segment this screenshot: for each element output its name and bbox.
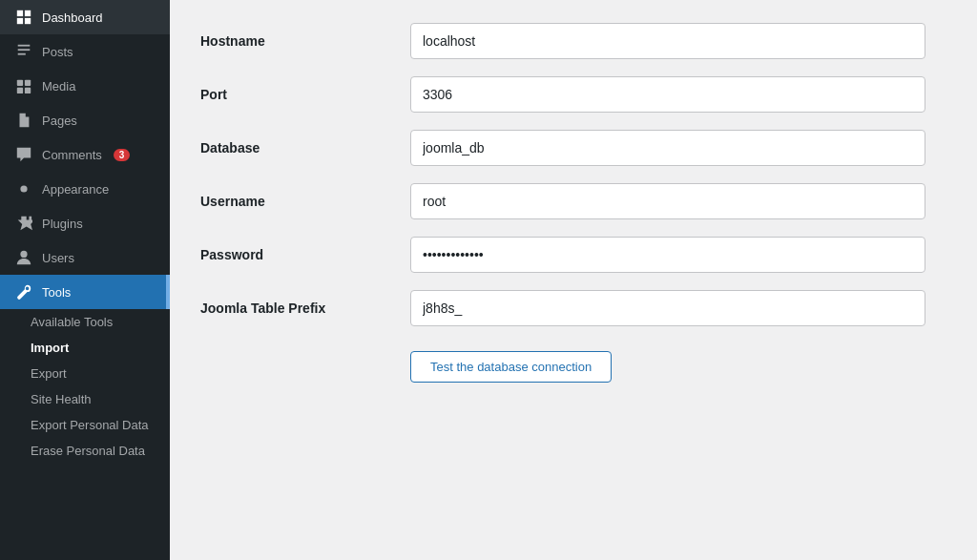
label-port: Port [200, 87, 410, 102]
svg-rect-6 [18, 53, 26, 55]
input-username[interactable] [410, 183, 925, 219]
main-content: HostnamePortDatabaseUsernamePasswordJoom… [170, 0, 977, 560]
submenu-item-erase-personal-data[interactable]: Erase Personal Data [0, 438, 170, 464]
pages-icon [15, 112, 32, 129]
sidebar-item-label-appearance: Appearance [42, 182, 109, 197]
sidebar: DashboardPostsMediaPagesComments3Appeara… [0, 0, 170, 560]
svg-rect-7 [17, 80, 23, 86]
plugins-icon [15, 215, 32, 232]
sidebar-item-posts[interactable]: Posts [0, 34, 170, 69]
submenu-item-available-tools[interactable]: Available Tools [0, 309, 170, 335]
dashboard-icon [15, 9, 32, 26]
sidebar-item-label-posts: Posts [42, 45, 73, 59]
svg-rect-9 [17, 88, 23, 93]
input-hostname[interactable] [410, 23, 925, 59]
submenu-item-import[interactable]: Import [0, 335, 170, 361]
sidebar-item-label-plugins: Plugins [42, 217, 83, 231]
tools-icon [15, 283, 32, 301]
submenu-item-export[interactable]: Export [0, 361, 170, 386]
label-table-prefix: Joomla Table Prefix [200, 301, 410, 316]
tools-submenu: Available ToolsImportExportSite HealthEx… [0, 309, 170, 464]
submenu-item-site-health[interactable]: Site Health [0, 386, 170, 412]
sidebar-item-label-comments: Comments [42, 148, 102, 162]
svg-rect-3 [25, 18, 31, 24]
posts-icon [15, 43, 32, 60]
sidebar-item-pages[interactable]: Pages [0, 103, 170, 137]
sidebar-item-label-users: Users [42, 251, 74, 265]
svg-rect-5 [18, 49, 31, 51]
appearance-icon [15, 180, 32, 197]
input-table-prefix[interactable] [410, 290, 925, 326]
users-icon [15, 249, 32, 266]
svg-rect-0 [17, 10, 23, 16]
submenu-item-export-personal-data[interactable]: Export Personal Data [0, 412, 170, 438]
input-port[interactable] [410, 76, 925, 113]
sidebar-item-tools[interactable]: Tools [0, 275, 170, 309]
sidebar-item-label-tools: Tools [42, 285, 71, 300]
comments-badge: 3 [114, 149, 131, 161]
test-connection-button[interactable]: Test the database connection [410, 351, 612, 383]
comments-icon [15, 146, 32, 163]
form-row-username: Username [200, 183, 925, 219]
svg-rect-4 [18, 45, 31, 47]
sidebar-item-label-pages: Pages [42, 114, 77, 128]
form-row-database: Database [200, 130, 925, 166]
form-row-port: Port [200, 76, 925, 113]
form-row-table-prefix: Joomla Table Prefix [200, 290, 925, 326]
svg-rect-10 [25, 88, 31, 93]
label-password: Password [200, 247, 410, 262]
input-password[interactable] [410, 237, 925, 273]
label-hostname: Hostname [200, 33, 410, 49]
svg-point-12 [20, 251, 27, 258]
svg-rect-1 [25, 10, 31, 16]
sidebar-item-media[interactable]: Media [0, 69, 170, 103]
form-table: HostnamePortDatabaseUsernamePasswordJoom… [200, 23, 925, 326]
sidebar-item-users[interactable]: Users [0, 240, 170, 275]
svg-rect-2 [17, 18, 23, 24]
sidebar-item-label-dashboard: Dashboard [42, 10, 103, 25]
form-row-password: Password [200, 237, 925, 273]
input-database[interactable] [410, 130, 925, 166]
label-database: Database [200, 140, 410, 156]
sidebar-item-appearance[interactable]: Appearance [0, 172, 170, 206]
media-icon [15, 77, 32, 94]
sidebar-item-plugins[interactable]: Plugins [0, 206, 170, 240]
sidebar-item-comments[interactable]: Comments3 [0, 137, 170, 172]
sidebar-item-label-media: Media [42, 79, 75, 93]
svg-point-11 [20, 185, 27, 192]
label-username: Username [200, 194, 410, 209]
sidebar-item-dashboard[interactable]: Dashboard [0, 0, 170, 34]
svg-rect-8 [25, 80, 31, 86]
form-row-hostname: Hostname [200, 23, 925, 59]
